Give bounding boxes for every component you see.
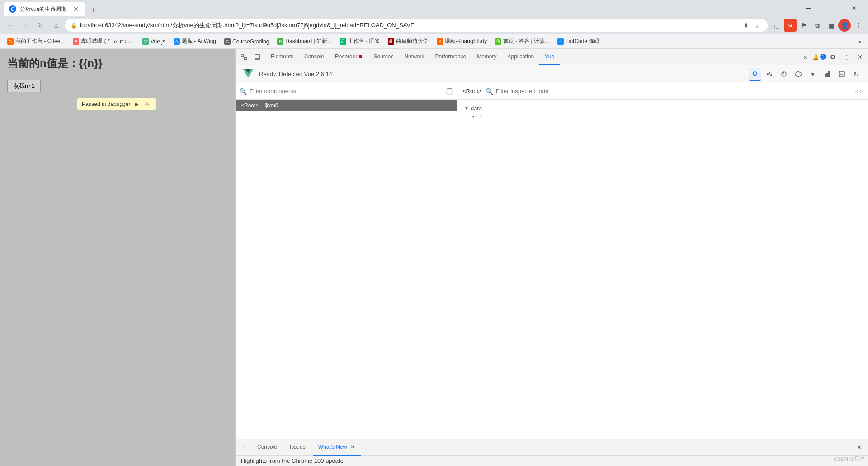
- vue-chart-icon[interactable]: [821, 68, 834, 81]
- bottom-tab-whats-new-close[interactable]: ✕: [349, 444, 356, 450]
- inspector-breadcrumb-root: <Root>: [462, 88, 482, 95]
- reload-button[interactable]: ↻: [34, 19, 47, 32]
- data-item-separator: :: [476, 114, 478, 121]
- extension1-icon[interactable]: G: [784, 19, 797, 32]
- download-icon[interactable]: ⬇: [741, 21, 750, 30]
- minimize-button[interactable]: —: [798, 1, 819, 15]
- notifications-icon[interactable]: 🔔 1: [813, 51, 826, 63]
- bookmark-bilibili[interactable]: B 哔哩哔哩 ( *･ω･)つ...: [69, 36, 135, 47]
- bookmark-dashboard[interactable]: D Dashboard | 知新...: [274, 36, 335, 47]
- bookmark-vue-icon: V: [142, 38, 149, 45]
- bookmark-lintcode[interactable]: L LintCode 炼码: [554, 36, 603, 47]
- debugger-step-button[interactable]: ⟳: [143, 100, 151, 108]
- bookmark-dashboard-icon: D: [277, 38, 283, 45]
- bottom-panel-close-button[interactable]: ✕: [854, 442, 864, 453]
- tab-console[interactable]: Console: [299, 49, 330, 65]
- url-bar[interactable]: 🔒 localhost:63342/vue-study/src/html/分析v…: [65, 19, 768, 32]
- bookmark-kuangstudy[interactable]: K 课程-KuangStudy: [433, 36, 491, 47]
- new-tab-button[interactable]: +: [87, 4, 99, 16]
- tab-performance[interactable]: Performance: [429, 49, 472, 65]
- bookmarks-more-button[interactable]: »: [856, 37, 864, 46]
- settings-icon[interactable]: ⚙: [826, 51, 839, 63]
- vue-router-icon[interactable]: [778, 68, 790, 81]
- data-item-key: n: [472, 114, 475, 121]
- inspector-code-button[interactable]: </>: [855, 89, 863, 94]
- component-item-root[interactable]: <Root> = $vm0: [236, 100, 457, 111]
- bottom-tab-issues[interactable]: Issues: [284, 439, 311, 456]
- vue-timeline-icon[interactable]: [763, 68, 776, 81]
- vue-store-icon[interactable]: [792, 68, 805, 81]
- tab-memory[interactable]: Memory: [472, 49, 502, 65]
- bookmark-acwing-label: 题库 - AcWing: [182, 38, 216, 45]
- active-tab[interactable]: C 分析vue的生命周期 ✕: [4, 2, 85, 16]
- back-button[interactable]: ←: [4, 19, 16, 32]
- maximize-button[interactable]: □: [821, 1, 842, 15]
- tab-recorder[interactable]: Recorder: [330, 49, 368, 65]
- increment-button[interactable]: 点我n+1: [7, 80, 41, 92]
- vue-component-icon[interactable]: [749, 68, 761, 81]
- debugger-resume-button[interactable]: ▶: [133, 100, 141, 108]
- vue-status: Ready. Detected Vue 2.6.14.: [259, 71, 745, 77]
- bookmark-vuejs-label: Vue.js: [151, 38, 165, 45]
- tab-sources[interactable]: Sources: [368, 49, 399, 65]
- data-section-name: data: [471, 105, 482, 112]
- data-section-header: ▼ data: [464, 105, 861, 112]
- tab-vue[interactable]: Vue: [539, 49, 560, 65]
- bookmark-gitee-label: 我的工作台 - Gitee...: [15, 38, 65, 45]
- profile-icon[interactable]: 👤: [838, 19, 851, 32]
- bottom-tab-console[interactable]: Console: [252, 439, 283, 456]
- vue-refresh-icon[interactable]: ↻: [850, 68, 863, 81]
- bookmark-gitee[interactable]: G 我的工作台 - Gitee...: [4, 36, 68, 47]
- bottom-panel: ⋮ Console Issues What's New ✕ ✕: [236, 439, 868, 466]
- bookmark-dashboard-label: Dashboard | 知新...: [285, 38, 332, 45]
- address-icons: ⬇ ☆: [741, 21, 762, 30]
- devtools-close-icon[interactable]: ✕: [854, 51, 866, 63]
- bottom-tab-whats-new[interactable]: What's New ✕: [313, 439, 362, 456]
- devtools-more-icon[interactable]: ⋮: [840, 51, 853, 63]
- debugger-text: Paused in debugger: [82, 101, 130, 107]
- bookmark-yuque[interactable]: 语 工作台 · 语雀: [336, 36, 383, 47]
- bottom-content-text: Highlights from the Chrome 100 update: [241, 457, 344, 464]
- bookmark-luogu[interactable]: 洛 首页 · 洛谷 | 计算...: [491, 36, 553, 47]
- component-list: <Root> = $vm0: [236, 100, 457, 439]
- bottom-menu-icon[interactable]: ⋮: [239, 442, 250, 453]
- tab-bar: C 分析vue的生命周期 ✕ +: [4, 0, 795, 16]
- close-button[interactable]: ✕: [844, 1, 864, 15]
- inspect-element-icon[interactable]: [237, 51, 250, 63]
- forward-button[interactable]: →: [19, 19, 32, 32]
- bookmark-vuejs[interactable]: V Vue.js: [139, 37, 169, 46]
- bookmark-coursegrading-icon: C: [224, 38, 231, 45]
- vue-settings-icon[interactable]: [835, 68, 848, 81]
- inspector-filter-input[interactable]: [496, 88, 852, 95]
- device-toggle-icon[interactable]: [251, 51, 264, 63]
- tab-network[interactable]: Network: [399, 49, 429, 65]
- component-search-input[interactable]: [250, 88, 443, 95]
- extension2-icon[interactable]: ⚑: [797, 19, 810, 32]
- bookmark-kuangstudy-icon: K: [437, 38, 443, 45]
- page-content: 当前的n值是：{{n}} 点我n+1 Paused in debugger ▶ …: [0, 49, 235, 466]
- vue-expand-icon[interactable]: ▼: [807, 68, 819, 81]
- svg-rect-16: [828, 71, 830, 77]
- bookmark-gitee-icon: G: [7, 38, 14, 45]
- menu-button[interactable]: ⋮: [852, 19, 864, 32]
- debugger-controls: ▶ ⟳: [133, 100, 151, 108]
- window-controls: — □ ✕: [798, 1, 864, 15]
- inspector-body: ▼ data n : 1: [457, 100, 868, 439]
- bookmark-star-icon[interactable]: ☆: [753, 21, 762, 30]
- bookmark-qfnu-label: 曲阜师范大学: [396, 38, 429, 45]
- bookmark-qfnu[interactable]: 曲 曲阜师范大学: [384, 36, 432, 47]
- bookmark-coursegrading[interactable]: C CourseGrading: [221, 37, 273, 46]
- vue-logo: [241, 67, 255, 81]
- more-tabs-icon[interactable]: »: [799, 51, 812, 63]
- bottom-tab-issues-label: Issues: [290, 444, 306, 450]
- sidebar-icon[interactable]: ▦: [825, 19, 837, 32]
- tab-close-button[interactable]: ✕: [72, 5, 80, 13]
- tab-application[interactable]: Application: [502, 49, 540, 65]
- home-button[interactable]: ⌂: [50, 19, 62, 32]
- cast-icon[interactable]: ⬚: [770, 19, 783, 32]
- bookmark-acwing[interactable]: A 题库 - AcWing: [170, 36, 220, 47]
- extensions-icon[interactable]: ⧉: [811, 19, 824, 32]
- tab-elements[interactable]: Elements: [265, 49, 299, 65]
- devtools-tab-icons: [237, 51, 264, 63]
- notification-count: 1: [820, 54, 826, 60]
